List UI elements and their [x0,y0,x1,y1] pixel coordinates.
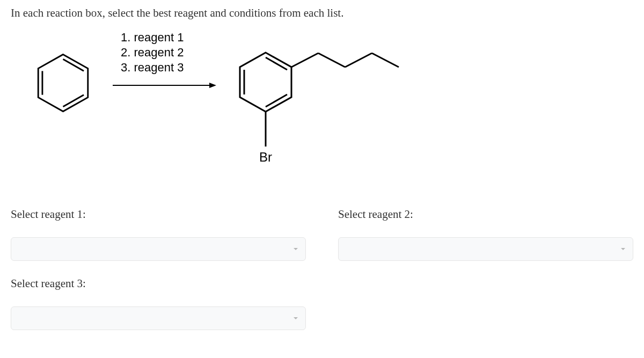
svg-line-12 [345,53,372,67]
reagent-2-dropdown[interactable] [338,237,633,261]
reagent-line-2: 2. reagent 2 [121,46,184,60]
reagent-3-group: Select reagent 3: [11,277,306,330]
reaction-arrow-section: 1. reagent 1 2. reagent 2 3. reagent 3 [110,31,217,91]
reaction-scheme: 1. reagent 1 2. reagent 2 3. reagent 3 B… [11,31,633,176]
benzene-structure [27,47,99,119]
reaction-arrow [110,80,217,91]
reagent-1-dropdown[interactable] [11,237,306,261]
chevron-down-icon [621,248,625,250]
svg-marker-5 [209,83,216,88]
reagent-1-label: Select reagent 1: [11,208,306,221]
reagent-list: 1. reagent 1 2. reagent 2 3. reagent 3 [121,31,184,76]
chevron-down-icon [294,317,298,319]
product-molecule: Br [228,34,411,173]
reagent-2-group: Select reagent 2: [338,208,633,261]
br-label: Br [259,150,272,164]
reagent-line-3: 3. reagent 3 [121,61,184,75]
svg-line-13 [372,53,399,67]
svg-marker-0 [38,54,88,111]
svg-line-11 [318,53,345,67]
instruction-text: In each reaction box, select the best re… [11,6,633,20]
chevron-down-icon [294,248,298,250]
product-structure: Br [228,34,411,176]
starting-material [27,47,99,121]
selector-grid: Select reagent 1: Select reagent 2: Sele… [11,208,633,330]
svg-line-10 [291,53,318,67]
reagent-3-label: Select reagent 3: [11,277,306,290]
reagent-1-group: Select reagent 1: [11,208,306,261]
reagent-3-dropdown[interactable] [11,306,306,330]
svg-marker-6 [240,53,291,112]
reagent-2-label: Select reagent 2: [338,208,633,221]
reagent-line-1: 1. reagent 1 [121,31,184,45]
